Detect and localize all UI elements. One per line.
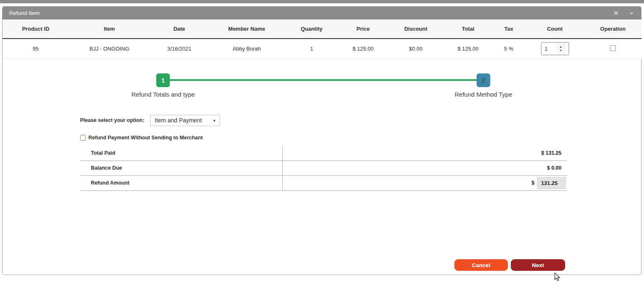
cell-count: ▲ ▼ (525, 39, 584, 59)
collapse-chevron-icon[interactable]: ⌄ (629, 8, 634, 15)
cell-discount: $0.00 (388, 39, 444, 59)
spinner-down-icon[interactable]: ▼ (559, 49, 562, 52)
refund-option-row: Please select your option: Item and Paym… (80, 115, 641, 126)
close-icon[interactable]: ✕ (613, 10, 619, 16)
refund-type-select[interactable]: Item and Payment ▾ (150, 115, 220, 126)
refund-amount-value: $ (283, 176, 567, 190)
refund-item-modal: Refund Item ✕ ⌄ Product ID Item Date Mem… (2, 6, 642, 275)
cell-quantity: 1 (285, 39, 339, 59)
col-item: Item (69, 19, 150, 39)
spinner-up-icon[interactable]: ▲ (559, 45, 562, 49)
currency-symbol: $ (532, 180, 534, 186)
col-member-name: Member Name (209, 19, 285, 39)
step-1-label: Refund Totals and type (131, 91, 195, 98)
cell-price: $ 125.00 (339, 39, 388, 59)
balance-due-row: Balance Due $ 0.00 (80, 161, 567, 176)
cell-tax: 5 % (492, 39, 525, 59)
table-row: 95 BJJ - ONGOING 3/16/2021 Abby Borah 1 … (2, 39, 642, 59)
refund-type-selected-value: Item and Payment (155, 117, 202, 124)
merchant-checkbox-row: Refund Payment Without Sending to Mercha… (80, 135, 641, 141)
refund-without-merchant-label[interactable]: Refund Payment Without Sending to Mercha… (88, 135, 203, 141)
step-1-badge[interactable]: 1 (156, 73, 170, 87)
refund-amount-input[interactable] (537, 177, 566, 189)
refund-without-merchant-checkbox[interactable] (80, 135, 86, 141)
totals-table: Total Paid $ 131.25 Balance Due $ 0.00 R… (80, 146, 567, 191)
col-count: Count (525, 19, 584, 39)
total-paid-value: $ 131.25 (283, 146, 567, 161)
count-input[interactable] (542, 43, 556, 55)
cell-date: 3/16/2021 (150, 39, 209, 59)
col-discount: Discount (388, 19, 444, 39)
count-stepper: ▲ ▼ (541, 42, 569, 55)
select-caret-icon: ▾ (213, 118, 215, 123)
step-2-label: Refund Method Type (455, 91, 512, 98)
col-operation: Operation (584, 19, 642, 39)
stepper-connector-line (163, 79, 483, 81)
col-tax: Tax (492, 19, 525, 39)
cell-operation (584, 39, 642, 59)
count-spinner[interactable]: ▲ ▼ (556, 44, 566, 54)
cancel-button[interactable]: Cancel (454, 259, 508, 271)
modal-footer: Cancel Next (454, 259, 565, 271)
modal-title: Refund Item (9, 10, 40, 16)
balance-due-value: $ 0.00 (283, 161, 567, 175)
col-product-id: Product ID (2, 19, 69, 39)
cell-member-name: Abby Borah (209, 39, 285, 59)
refund-items-table: Product ID Item Date Member Name Quantit… (2, 19, 642, 59)
cell-item: BJJ - ONGOING (69, 39, 150, 59)
stepper-step-2[interactable]: 2 Refund Method Type (455, 73, 512, 98)
cell-product-id: 95 (2, 39, 69, 59)
step-2-badge[interactable]: 2 (476, 73, 490, 87)
total-paid-label: Total Paid (80, 146, 283, 161)
cell-total: $ 125.00 (444, 39, 492, 59)
col-total: Total (444, 19, 492, 39)
refund-amount-label: Refund Amount (80, 176, 283, 190)
total-paid-row: Total Paid $ 131.25 (80, 146, 567, 161)
col-price: Price (339, 19, 388, 39)
table-header: Product ID Item Date Member Name Quantit… (2, 19, 642, 39)
col-date: Date (150, 19, 209, 39)
select-option-label: Please select your option: (80, 117, 144, 123)
mouse-cursor-icon (554, 272, 561, 282)
refund-amount-row: Refund Amount $ (80, 176, 567, 191)
operation-checkbox[interactable] (610, 45, 616, 51)
modal-titlebar: Refund Item ✕ ⌄ (2, 7, 641, 19)
col-quantity: Quantity (285, 19, 339, 39)
stepper-step-1[interactable]: 1 Refund Totals and type (131, 73, 195, 98)
page-background-strip (0, 0, 644, 3)
next-button[interactable]: Next (511, 259, 565, 271)
balance-due-label: Balance Due (80, 161, 283, 175)
wizard-stepper: 1 Refund Totals and type 2 Refund Method… (2, 71, 641, 102)
